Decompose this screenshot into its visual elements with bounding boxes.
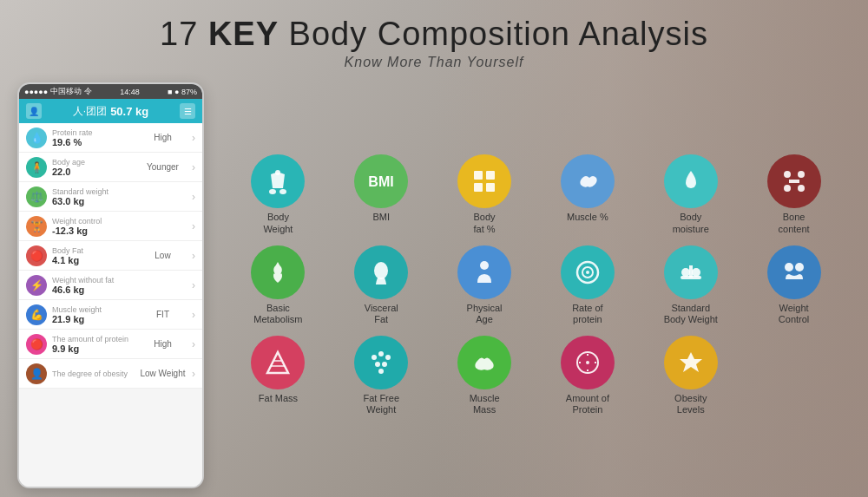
- svg-rect-4: [474, 171, 483, 180]
- icon-circle-amount-of-protein: [561, 336, 615, 389]
- icon-item-body-moisture[interactable]: Bodymoisture: [642, 154, 739, 234]
- icon-item-basic-metabolism[interactable]: BasicMetabolism: [230, 245, 326, 325]
- row-icon: 🔴: [26, 334, 47, 355]
- svg-point-23: [795, 263, 804, 271]
- svg-point-8: [784, 171, 791, 178]
- row-status: FIT: [139, 310, 187, 319]
- icon-circle-body-fat-pct: [457, 154, 511, 208]
- svg-point-22: [785, 263, 793, 271]
- header-section: 17 KEY Body Composition Analysis Know Mo…: [0, 0, 868, 74]
- signal-dots: ●●●●●: [24, 88, 48, 96]
- svg-rect-21: [689, 265, 693, 278]
- svg-point-28: [375, 362, 380, 367]
- icon-label-obesity-levels: ObesityLevels: [674, 393, 707, 415]
- row-icon: 🔴: [26, 245, 47, 266]
- svg-point-27: [382, 362, 387, 367]
- phone-app-header: 👤 人·团团 50.7 kg ☰: [19, 99, 202, 123]
- phone-row[interactable]: 🏋️ Weight control -12.3 kg ›: [19, 212, 202, 241]
- svg-point-1: [279, 189, 286, 194]
- icon-item-amount-of-protein[interactable]: Amount ofProtein: [540, 336, 636, 415]
- row-value: 19.6 %: [52, 137, 134, 147]
- icon-item-visceral-fat[interactable]: VisceralFat: [333, 245, 430, 325]
- icon-item-body-fat-pct[interactable]: Bodyfat %: [437, 154, 533, 234]
- icon-item-physical-age[interactable]: PhysicalAge: [437, 245, 533, 325]
- svg-point-13: [374, 262, 388, 279]
- phone-row[interactable]: 💪 Muscle weight 21.9 kg FIT ›: [19, 300, 202, 330]
- icon-label-body-fat-pct: Bodyfat %: [474, 212, 496, 234]
- phone-mockup: ●●●●● 中国移动 令 14:48 ■ ● 87% 👤 人·团团 50.7 k…: [17, 82, 204, 488]
- icons-section: BodyWeight BMI BMI Bodyfat % Muscle % Bo…: [221, 82, 851, 488]
- icon-item-weight-control[interactable]: WeightControl: [746, 245, 842, 325]
- row-status: Low Weight: [139, 369, 187, 378]
- phone-row[interactable]: 💧 Protein rate 19.6 % High ›: [19, 123, 202, 153]
- svg-marker-32: [680, 352, 702, 372]
- row-value: 46.6 kg: [52, 284, 134, 295]
- row-status: High: [139, 339, 187, 349]
- icon-item-muscle-pct[interactable]: Muscle %: [540, 154, 636, 234]
- main-title: 17 KEY Body Composition Analysis: [0, 16, 868, 53]
- phone-row[interactable]: 🔴 The amount of protein 9.9 kg High ›: [19, 330, 202, 359]
- icon-label-weight-control: WeightControl: [779, 303, 809, 325]
- icon-item-body-weight[interactable]: BodyWeight: [230, 154, 326, 234]
- row-value: 22.0: [52, 167, 134, 177]
- row-info: Muscle weight 21.9 kg: [52, 305, 134, 324]
- svg-point-25: [378, 351, 384, 356]
- row-arrow: ›: [192, 161, 195, 173]
- row-label: Weight without fat: [52, 276, 134, 284]
- svg-point-31: [586, 361, 589, 364]
- icon-circle-physical-age: [457, 245, 511, 299]
- phone-user-icon[interactable]: 👤: [26, 103, 42, 119]
- svg-rect-5: [486, 171, 495, 180]
- svg-point-0: [269, 189, 276, 194]
- row-icon: 🧍: [26, 157, 47, 178]
- svg-point-10: [784, 185, 791, 192]
- row-icon: ⚖️: [26, 186, 47, 207]
- svg-point-26: [385, 355, 391, 360]
- row-icon: ⚡: [26, 275, 47, 296]
- battery-icon: ■ ● 87%: [168, 88, 197, 96]
- row-value: -12.3 kg: [52, 226, 134, 236]
- phone-row[interactable]: ⚡ Weight without fat 46.6 kg ›: [19, 271, 202, 300]
- row-status: Low: [139, 251, 187, 260]
- icon-item-fat-mass[interactable]: Fat Mass: [230, 336, 326, 415]
- row-label: Standard weight: [52, 187, 134, 196]
- icon-label-fat-free-weight: Fat FreeWeight: [363, 393, 399, 415]
- row-info: Weight without fat 46.6 kg: [52, 276, 134, 295]
- icon-label-bone-content: Bonecontent: [779, 212, 810, 234]
- row-arrow: ›: [192, 309, 195, 321]
- icon-label-visceral-fat: VisceralFat: [365, 303, 398, 325]
- phone-row[interactable]: 🧍 Body age 22.0 Younger ›: [19, 153, 202, 182]
- icon-circle-body-weight: [251, 154, 305, 208]
- svg-point-2: [275, 170, 280, 175]
- row-value: 4.1 kg: [52, 255, 134, 265]
- phone-row[interactable]: ⚖️ Standard weight 63.0 kg ›: [19, 182, 202, 212]
- svg-rect-6: [474, 183, 483, 192]
- icon-circle-muscle-pct: [561, 154, 615, 208]
- svg-point-19: [681, 268, 690, 277]
- row-status: Younger: [139, 162, 187, 172]
- phone-header-title: 人·团团 50.7 kg: [73, 104, 148, 119]
- row-icon: 👤: [26, 363, 47, 384]
- row-info: Body age 22.0: [52, 158, 134, 177]
- icon-label-rate-of-protein: Rate ofprotein: [572, 303, 602, 325]
- svg-point-11: [798, 185, 805, 192]
- svg-rect-7: [486, 183, 495, 192]
- row-icon: 💧: [26, 128, 47, 148]
- row-arrow: ›: [192, 250, 195, 262]
- icon-label-physical-age: PhysicalAge: [467, 303, 503, 325]
- phone-row[interactable]: 🔴 Body Fat 4.1 kg Low ›: [19, 241, 202, 271]
- phone-menu-icon[interactable]: ☰: [180, 103, 195, 119]
- main-content: ●●●●● 中国移动 令 14:48 ■ ● 87% 👤 人·团团 50.7 k…: [0, 74, 868, 497]
- icon-item-obesity-levels[interactable]: ObesityLevels: [642, 336, 739, 415]
- icon-item-muscle-mass[interactable]: MuscleMass: [437, 336, 533, 415]
- icon-item-standard-body-weight[interactable]: StandardBody Weight: [642, 245, 739, 325]
- row-value: 21.9 kg: [52, 314, 134, 324]
- icon-circle-muscle-mass: [457, 336, 511, 389]
- row-info: Weight control -12.3 kg: [52, 217, 134, 236]
- icon-item-fat-free-weight[interactable]: Fat FreeWeight: [333, 336, 430, 415]
- svg-point-17: [586, 271, 589, 274]
- phone-row[interactable]: 👤 The degree of obesity Low Weight ›: [19, 359, 202, 389]
- icon-item-bmi[interactable]: BMI BMI: [333, 154, 430, 234]
- icon-item-bone-content[interactable]: Bonecontent: [746, 154, 842, 234]
- icon-item-rate-of-protein[interactable]: Rate ofprotein: [540, 245, 636, 325]
